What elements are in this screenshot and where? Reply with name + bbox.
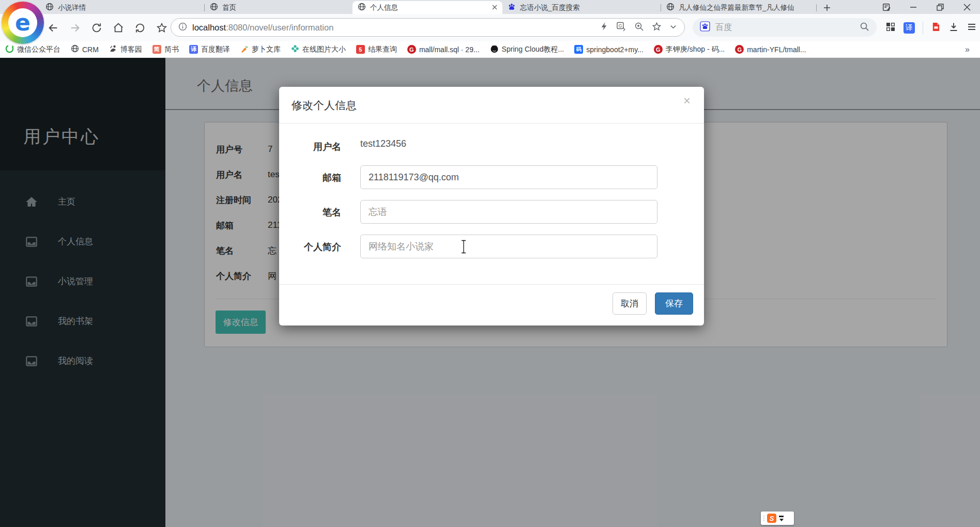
- modal-header: 修改个人信息 ×: [279, 87, 704, 123]
- bookmark-shop[interactable]: G李钾庚/shop - 码...: [654, 45, 725, 54]
- bookmark-springboot2[interactable]: 码springboot2+my...: [574, 45, 644, 54]
- bookmark-image-size[interactable]: 在线图片大小: [291, 44, 346, 54]
- close-window-button[interactable]: [961, 2, 973, 13]
- toolbar-divider: [923, 22, 923, 34]
- bookmark-label: 萝卜文库: [252, 45, 281, 54]
- bio-field[interactable]: [360, 235, 657, 258]
- penname-field[interactable]: [360, 200, 657, 224]
- bookmark-spring-cloud[interactable]: Spring Cloud教程...: [490, 44, 564, 55]
- maximize-button[interactable]: [935, 2, 946, 13]
- sogou-ime-bar[interactable]: S: [761, 512, 794, 525]
- gitee-icon: G: [735, 45, 744, 54]
- penname-label: 笔名: [279, 206, 341, 219]
- bookmark-star-icon[interactable]: [652, 22, 662, 34]
- bookmark-label: springboot2+my...: [586, 45, 644, 54]
- undo-icon[interactable]: [132, 20, 148, 36]
- zoom-in-icon[interactable]: [634, 22, 644, 34]
- search-icon[interactable]: [860, 22, 869, 34]
- tab-separator: [816, 4, 817, 11]
- url-text[interactable]: localhost:8080/novel/user/information: [192, 23, 333, 33]
- tab-baidu-search[interactable]: 忘语小说_百度搜索: [502, 1, 661, 14]
- translate-icon: 译: [189, 45, 198, 54]
- reload-icon[interactable]: [89, 20, 104, 36]
- search-box[interactable]: 百度: [693, 18, 877, 37]
- globe-favicon: [358, 3, 366, 12]
- bookmark-tmall[interactable]: Gmartin-YFL/tmall...: [735, 45, 806, 54]
- menu-icon[interactable]: [967, 22, 977, 34]
- search-engine-label: 百度: [715, 22, 732, 33]
- minimize-button[interactable]: [908, 2, 919, 13]
- qr-grid-icon[interactable]: [885, 22, 896, 34]
- bookmark-label: 结果查询: [368, 45, 397, 54]
- edit-profile-modal: 修改个人信息 × 用户名 test123456 邮箱 笔名 个人简介 取消 保存: [279, 87, 704, 326]
- lightning-icon[interactable]: [600, 22, 608, 33]
- download-icon[interactable]: [948, 22, 959, 34]
- email-field[interactable]: [360, 165, 657, 189]
- browser-window: e 小说详情 首页 个人信息 忘语小说_百度搜索 凡人修仙之仙界篇最新章节_凡人…: [0, 0, 980, 527]
- svg-text:G: G: [618, 23, 622, 28]
- site-info-icon[interactable]: [178, 22, 187, 33]
- tab-title: 首页: [222, 3, 347, 12]
- bookmark-wechat-mp[interactable]: 微信公众平台: [5, 44, 60, 55]
- jianshu-icon: 简: [152, 45, 161, 54]
- tab-title: 小说详情: [58, 3, 199, 12]
- github-icon: [490, 44, 499, 55]
- bookmark-jianshu[interactable]: 简简书: [152, 45, 179, 54]
- text-cursor-icon: [461, 240, 467, 256]
- tab-personal-info-active[interactable]: 个人信息: [353, 1, 502, 14]
- bookmark-result-query[interactable]: 5结果查询: [356, 45, 397, 54]
- bookmark-mall-sql[interactable]: Gmall/mall.sql · 29...: [407, 45, 480, 54]
- bookmark-crm[interactable]: CRM: [71, 44, 99, 54]
- bookmark-cnblogs[interactable]: 博客园: [109, 44, 142, 54]
- bookmark-label: 简书: [164, 45, 179, 54]
- five-icon: 5: [356, 45, 365, 54]
- window-controls: [881, 0, 980, 14]
- bookmark-label: mall/mall.sql · 29...: [419, 45, 480, 54]
- username-label: 用户名: [279, 141, 341, 153]
- bookmark-baidu-fanyi[interactable]: 译百度翻译: [189, 45, 230, 54]
- baidu-engine-icon: [700, 21, 710, 34]
- translate-icon[interactable]: 译: [904, 22, 915, 34]
- bio-label: 个人简介: [279, 241, 341, 253]
- tab-close-icon[interactable]: [492, 4, 497, 11]
- feedback-icon[interactable]: [881, 2, 892, 13]
- translate-page-icon[interactable]: G: [616, 21, 626, 34]
- chevron-down-icon[interactable]: [669, 23, 677, 33]
- tab-title: 凡人修仙之仙界篇最新章节_凡人修仙: [679, 3, 811, 12]
- baidu-favicon: [508, 3, 516, 12]
- bookmark-luobo[interactable]: 萝卜文库: [240, 44, 281, 54]
- gitee-icon: G: [407, 45, 416, 54]
- bookmarks-overflow-chevron[interactable]: »: [965, 45, 975, 54]
- tab-novel-detail[interactable]: 小说详情: [40, 1, 204, 14]
- bookmark-label: martin-YFL/tmall...: [747, 45, 806, 54]
- save-button[interactable]: 保存: [655, 292, 693, 315]
- pdf-icon[interactable]: [931, 22, 941, 34]
- code-icon: 码: [574, 45, 583, 54]
- gitee-icon: G: [654, 45, 663, 54]
- globe-favicon: [210, 3, 218, 12]
- globe-favicon: [666, 3, 675, 12]
- globe-favicon: [45, 3, 54, 12]
- username-value: test123456: [360, 138, 406, 149]
- home-icon[interactable]: [111, 20, 126, 36]
- tab-fanren-novel[interactable]: 凡人修仙之仙界篇最新章节_凡人修仙: [661, 1, 816, 14]
- back-icon[interactable]: [45, 20, 61, 36]
- cancel-button[interactable]: 取消: [612, 292, 647, 315]
- carrot-icon: [240, 44, 249, 54]
- new-tab-button[interactable]: [820, 1, 834, 14]
- bookmark-label: 博客园: [120, 45, 142, 54]
- wechat-icon: [5, 44, 14, 55]
- bookmark-label: CRM: [82, 45, 99, 54]
- bookmark-label: 李钾庚/shop - 码...: [666, 45, 725, 54]
- tab-title: 个人信息: [370, 3, 488, 12]
- browser-logo[interactable]: e: [2, 2, 44, 44]
- favorite-star-icon[interactable]: [154, 20, 170, 36]
- tab-home[interactable]: 首页: [205, 1, 353, 14]
- modal-title: 修改个人信息: [292, 98, 357, 113]
- modal-close-button[interactable]: ×: [680, 94, 694, 107]
- forward-icon[interactable]: [67, 20, 83, 36]
- person-pen-icon: [109, 44, 117, 54]
- url-host: localhost: [192, 23, 226, 32]
- bookmark-label: Spring Cloud教程...: [502, 45, 564, 54]
- address-bar[interactable]: localhost:8080/novel/user/information G: [171, 18, 685, 37]
